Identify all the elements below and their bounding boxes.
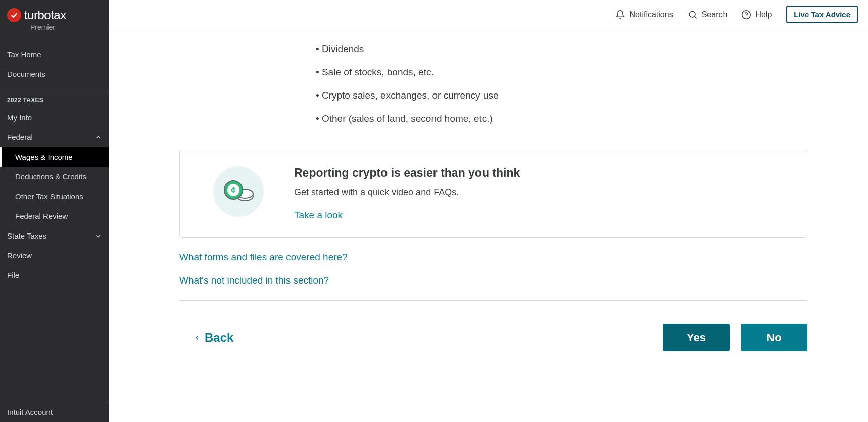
chevron-down-icon xyxy=(94,232,102,240)
crypto-coins-icon: ¢ xyxy=(213,166,264,217)
search-icon xyxy=(688,10,698,20)
live-tax-advice-button[interactable]: Live Tax Advice xyxy=(786,6,858,23)
sidebar-item-state-taxes[interactable]: State Taxes xyxy=(0,226,109,246)
help-icon xyxy=(741,10,751,20)
action-buttons: Yes No xyxy=(663,324,807,351)
content: Dividends Sale of stocks, bonds, etc. Cr… xyxy=(109,29,868,422)
back-button[interactable]: Back xyxy=(179,331,233,345)
help-button[interactable]: Help xyxy=(741,10,772,20)
card-body: Reporting crypto is easier than you thin… xyxy=(294,166,789,221)
nav-section-label: 2022 TAXES xyxy=(0,89,109,108)
topbar: Notifications Search Help Live Tax Advic… xyxy=(109,0,868,29)
sidebar-sub-wages-income[interactable]: Wages & Income xyxy=(0,147,109,167)
logo-block: turbotax Premier xyxy=(0,0,109,35)
card-desc: Get started with a quick video and FAQs. xyxy=(294,187,789,198)
svg-line-1 xyxy=(694,16,696,18)
notifications-button[interactable]: Notifications xyxy=(615,10,673,20)
brand-tier: Premier xyxy=(30,23,102,31)
yes-button[interactable]: Yes xyxy=(663,324,730,351)
nav-top: Tax Home Documents xyxy=(0,35,109,84)
card-title: Reporting crypto is easier than you thin… xyxy=(294,166,789,180)
crypto-info-card: ¢ Reporting crypto is easier than you th… xyxy=(179,150,807,238)
svg-point-0 xyxy=(689,11,695,17)
bullet-list: Dividends Sale of stocks, bonds, etc. Cr… xyxy=(179,43,807,124)
bullet-item: Other (sales of land, second home, etc.) xyxy=(316,113,807,124)
bell-icon xyxy=(615,10,625,20)
sidebar: turbotax Premier Tax Home Documents 2022… xyxy=(0,0,109,422)
no-button[interactable]: No xyxy=(741,324,807,351)
brand-name: turbotax xyxy=(24,8,66,22)
chevron-up-icon xyxy=(94,134,102,141)
search-button[interactable]: Search xyxy=(688,10,728,20)
nav-bottom: Intuit Account xyxy=(0,402,109,422)
svg-point-2 xyxy=(742,10,751,19)
sidebar-item-my-info[interactable]: My Info xyxy=(0,108,109,127)
bullet-item: Sale of stocks, bonds, etc. xyxy=(316,67,807,78)
checkmark-logo-icon xyxy=(7,8,21,22)
sidebar-item-intuit-account[interactable]: Intuit Account xyxy=(0,402,109,422)
sidebar-sub-other-tax-situations[interactable]: Other Tax Situations xyxy=(0,186,109,206)
chevron-left-icon xyxy=(194,332,201,343)
take-a-look-link[interactable]: Take a look xyxy=(294,210,343,220)
forms-covered-link[interactable]: What forms and files are covered here? xyxy=(179,252,807,263)
svg-text:¢: ¢ xyxy=(231,186,236,195)
action-bar: Back Yes No xyxy=(179,300,807,351)
not-included-link[interactable]: What's not included in this section? xyxy=(179,275,807,286)
sidebar-item-tax-home[interactable]: Tax Home xyxy=(0,44,109,64)
sidebar-item-review[interactable]: Review xyxy=(0,246,109,265)
sidebar-item-file[interactable]: File xyxy=(0,265,109,285)
sidebar-sub-deductions-credits[interactable]: Deductions & Credits xyxy=(0,167,109,186)
bullet-item: Crypto sales, exchanges, or currency use xyxy=(316,90,807,101)
sidebar-item-federal[interactable]: Federal xyxy=(0,127,109,147)
sidebar-item-documents[interactable]: Documents xyxy=(0,64,109,84)
sidebar-sub-federal-review[interactable]: Federal Review xyxy=(0,206,109,226)
bullet-item: Dividends xyxy=(316,43,807,55)
logo[interactable]: turbotax xyxy=(7,8,102,22)
main: Notifications Search Help Live Tax Advic… xyxy=(109,0,868,422)
